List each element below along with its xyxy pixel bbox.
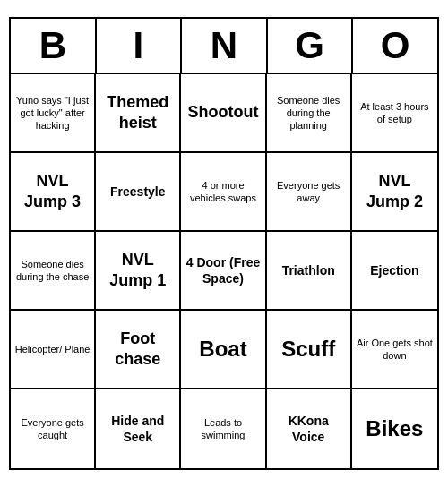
bingo-header: BINGO <box>11 19 437 74</box>
header-letter-b: B <box>11 19 97 73</box>
bingo-cell-22: Leads to swimming <box>181 389 266 468</box>
bingo-cell-0: Yuno says "I just got lucky" after hacki… <box>11 74 96 153</box>
cell-text-15: Helicopter/ Plane <box>15 343 90 355</box>
cell-text-2: Shootout <box>188 102 259 123</box>
bingo-cell-4: At least 3 hours of setup <box>352 74 437 153</box>
header-letter-i: I <box>97 19 183 73</box>
bingo-cell-14: Ejection <box>352 232 437 311</box>
cell-text-22: Leads to swimming <box>185 416 261 442</box>
cell-text-24: Bikes <box>366 414 423 442</box>
cell-text-13: Triathlon <box>282 262 335 278</box>
cell-text-8: Everyone gets away <box>271 179 347 205</box>
bingo-cell-18: Scuff <box>267 311 352 389</box>
cell-text-18: Scuff <box>281 335 335 363</box>
bingo-cell-23: KKona Voice <box>267 389 352 468</box>
bingo-cell-10: Someone dies during the chase <box>11 232 96 311</box>
bingo-cell-9: NVL Jump 2 <box>352 153 437 232</box>
cell-text-19: Air One gets shot down <box>356 337 434 363</box>
bingo-cell-2: Shootout <box>181 74 266 153</box>
cell-text-5: NVL Jump 3 <box>14 171 90 213</box>
bingo-cell-24: Bikes <box>352 389 437 468</box>
cell-text-9: NVL Jump 2 <box>356 171 434 213</box>
cell-text-21: Hide and Seek <box>99 413 176 445</box>
cell-text-0: Yuno says "I just got lucky" after hacki… <box>14 94 90 132</box>
bingo-cell-8: Everyone gets away <box>267 153 352 232</box>
header-letter-o: O <box>353 19 437 73</box>
bingo-card: BINGO Yuno says "I just got lucky" after… <box>9 17 439 470</box>
bingo-cell-16: Foot chase <box>96 311 181 389</box>
bingo-cell-12: 4 Door (Free Space) <box>181 232 266 311</box>
cell-text-14: Ejection <box>370 262 418 278</box>
cell-text-4: At least 3 hours of setup <box>356 100 434 126</box>
cell-text-11: NVL Jump 1 <box>99 250 176 292</box>
bingo-cell-19: Air One gets shot down <box>352 311 437 389</box>
header-letter-g: G <box>268 19 354 73</box>
bingo-grid: Yuno says "I just got lucky" after hacki… <box>11 74 437 468</box>
cell-text-16: Foot chase <box>99 329 176 371</box>
cell-text-6: Freestyle <box>110 184 165 200</box>
bingo-cell-17: Boat <box>181 311 266 389</box>
cell-text-12: 4 Door (Free Space) <box>185 254 261 286</box>
cell-text-23: KKona Voice <box>271 413 347 445</box>
cell-text-3: Someone dies during the planning <box>271 94 347 132</box>
bingo-cell-15: Helicopter/ Plane <box>11 311 96 389</box>
bingo-cell-11: NVL Jump 1 <box>96 232 181 311</box>
bingo-cell-6: Freestyle <box>96 153 181 232</box>
bingo-cell-21: Hide and Seek <box>96 389 181 468</box>
bingo-cell-3: Someone dies during the planning <box>267 74 352 153</box>
header-letter-n: N <box>182 19 268 73</box>
cell-text-17: Boat <box>199 335 246 363</box>
bingo-cell-20: Everyone gets caught <box>11 389 96 468</box>
bingo-cell-13: Triathlon <box>267 232 352 311</box>
bingo-cell-7: 4 or more vehicles swaps <box>181 153 266 232</box>
cell-text-10: Someone dies during the chase <box>14 258 90 284</box>
bingo-cell-1: Themed heist <box>96 74 181 153</box>
cell-text-7: 4 or more vehicles swaps <box>185 179 261 205</box>
cell-text-20: Everyone gets caught <box>14 416 90 442</box>
cell-text-1: Themed heist <box>99 92 176 134</box>
bingo-cell-5: NVL Jump 3 <box>11 153 96 232</box>
